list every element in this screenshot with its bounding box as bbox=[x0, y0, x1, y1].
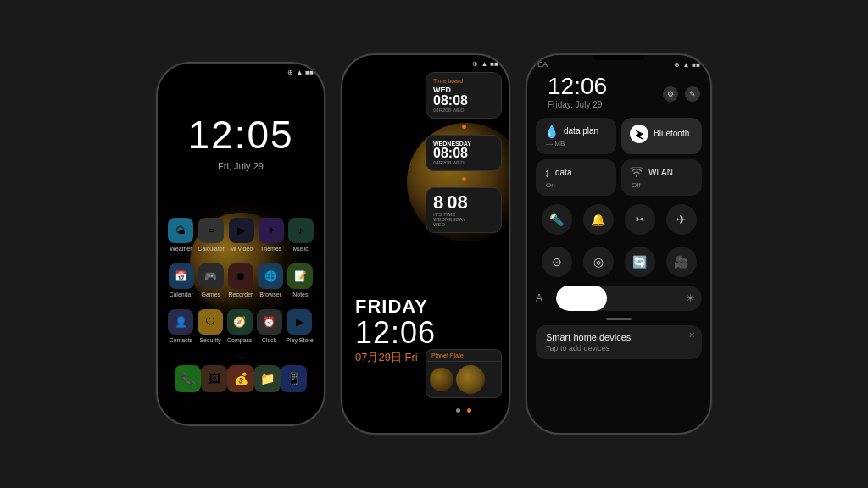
dock-app5[interactable]: 📱 bbox=[281, 365, 307, 392]
data-icon: ↕ bbox=[544, 166, 550, 180]
planet-plate-title: Planet Plate bbox=[426, 349, 502, 361]
app-themes[interactable]: ✦ Themes bbox=[259, 218, 284, 252]
data-title: data bbox=[555, 168, 571, 177]
recorder-label: Recorder bbox=[229, 291, 253, 297]
brightness-slider[interactable]: ☀ bbox=[556, 286, 702, 311]
smart-home-title: Smart home devices bbox=[546, 332, 692, 342]
wed-time: 08:08 bbox=[433, 147, 494, 160]
big-date: 07月29日 Fri bbox=[355, 350, 436, 365]
ctrl-header: 12:06 Friday, July 29 ⚙ ✎ bbox=[527, 70, 710, 118]
app-playstore[interactable]: ▶ Play Store bbox=[286, 309, 313, 343]
bluetooth-title: Bluetooth bbox=[654, 129, 689, 138]
settings-icon[interactable]: ⚙ bbox=[663, 86, 678, 102]
app-clock[interactable]: ⏰ Clock bbox=[257, 309, 282, 343]
timeboard-time: 08:08 bbox=[433, 94, 494, 108]
app-calendar[interactable]: 📅 Calendar bbox=[169, 263, 194, 297]
app-music[interactable]: ♪ Music bbox=[288, 218, 314, 252]
notch-3 bbox=[593, 55, 644, 60]
ea-label: EA bbox=[537, 60, 548, 69]
brightness-row: A ☀ bbox=[527, 286, 710, 311]
signal-icon-2: ▲ bbox=[481, 60, 487, 68]
slider-indicator bbox=[606, 318, 632, 320]
page-dots: • • • bbox=[166, 355, 315, 360]
smart-home-sub: Tap to add devices bbox=[546, 344, 692, 352]
slide-dot-1 bbox=[456, 408, 460, 413]
calendar-icon: 📅 bbox=[169, 263, 194, 289]
playstore-label: Play Store bbox=[286, 337, 313, 343]
bt-icon-3: ⊕ bbox=[674, 61, 680, 69]
dock-gallery[interactable]: 🖼 bbox=[201, 365, 227, 392]
phone-2: ⊕ ▲ ■■ Time board WED 08:08 04R208 WED W… bbox=[341, 53, 510, 435]
bluetooth-tile[interactable]: Bluetooth bbox=[621, 118, 702, 154]
phone-3: EA ⊕ ▲ ■■ 12:06 Friday, July 29 ⚙ ✎ bbox=[526, 53, 712, 435]
app-security[interactable]: 🛡 Security bbox=[198, 309, 223, 343]
weather-icon: 🌤 bbox=[168, 218, 193, 243]
app-compass[interactable]: 🧭 Compass bbox=[227, 309, 253, 343]
big-time: 12:06 bbox=[355, 318, 436, 348]
weather-label: Weather bbox=[170, 246, 192, 252]
app-recorder[interactable]: ⏺ Recorder bbox=[228, 263, 253, 297]
app-browser[interactable]: 🌐 Browser bbox=[258, 263, 283, 297]
app-mivideo[interactable]: ▶ Mi Video bbox=[229, 218, 254, 252]
dock-files[interactable]: 📁 bbox=[254, 365, 281, 392]
airplane-btn[interactable]: ✈ bbox=[666, 204, 697, 235]
rotation-btn[interactable]: 🔄 bbox=[625, 247, 655, 277]
wlan-tile[interactable]: WLAN Off bbox=[621, 159, 702, 196]
slide-dot-2 bbox=[467, 408, 471, 413]
digit-widget[interactable]: 8 08 IT'S TIME WEDNESDAY WED bbox=[426, 187, 502, 233]
timeboard-widget[interactable]: Time board WED 08:08 04R208 WED bbox=[426, 72, 502, 119]
planet-plate-widget[interactable]: Planet Plate bbox=[426, 349, 502, 416]
timeboard-sub: 04R208 WED bbox=[433, 108, 494, 113]
big-time-area: FRIDAY 12:06 07月29日 Fri bbox=[355, 296, 436, 365]
app-calculator[interactable]: = Calculator bbox=[198, 218, 225, 252]
mini-planet-1 bbox=[430, 368, 453, 391]
data-plan-tile[interactable]: 💧 data plan — MB bbox=[536, 118, 616, 154]
planet-plate-body bbox=[426, 361, 502, 398]
smart-home-close-icon[interactable]: ✕ bbox=[688, 330, 695, 340]
lock-time: 12:05 bbox=[158, 112, 324, 158]
dock-wallet[interactable]: 💰 bbox=[227, 365, 253, 392]
digit-sub3: WED bbox=[433, 222, 494, 227]
status-icons-2: ⊕ ▲ ■■ bbox=[472, 60, 498, 68]
screenshot-btn[interactable]: ✂ bbox=[625, 204, 655, 235]
header-icons: ⚙ ✎ bbox=[663, 86, 700, 102]
wednesday-widget[interactable]: WEDNESDAY 08:08 04R208 WED bbox=[426, 135, 502, 171]
mobile-data-tile[interactable]: ↕ data On bbox=[536, 159, 616, 196]
app-contacts[interactable]: 👤 Contacts bbox=[168, 309, 193, 343]
battery-icon-3: ■■ bbox=[692, 61, 700, 69]
games-label: Games bbox=[202, 291, 221, 297]
wlan-sub: Off bbox=[630, 181, 693, 189]
bt-icon-2: ⊕ bbox=[472, 60, 478, 68]
brightness-fill bbox=[556, 286, 607, 311]
edit-icon[interactable]: ✎ bbox=[685, 86, 700, 102]
digit-1: 8 bbox=[433, 193, 443, 212]
wifi-icon bbox=[630, 166, 643, 180]
contacts-label: Contacts bbox=[170, 337, 193, 343]
music-label: Music bbox=[292, 246, 308, 252]
flashlight-btn[interactable]: 🔦 bbox=[542, 204, 572, 235]
app-weather[interactable]: 🌤 Weather bbox=[168, 218, 193, 252]
ctrl-date: Friday, July 29 bbox=[537, 100, 617, 114]
notes-label: Notes bbox=[292, 291, 308, 297]
location-btn[interactable]: ◎ bbox=[583, 247, 614, 277]
smart-home-panel[interactable]: ✕ Smart home devices Tap to add devices bbox=[536, 325, 702, 359]
security-icon: 🛡 bbox=[198, 309, 223, 335]
signal-icon-3: ▲ bbox=[682, 61, 689, 69]
notes-icon: 📝 bbox=[287, 263, 313, 289]
clock-icon: ⏰ bbox=[257, 309, 282, 335]
notifications-btn[interactable]: 🔔 bbox=[583, 204, 614, 235]
camera-btn[interactable]: 🎥 bbox=[666, 247, 697, 277]
status-icons-1: ⊕ ▲ ■■ bbox=[287, 69, 314, 76]
app-games[interactable]: 🎮 Games bbox=[198, 263, 224, 297]
recorder-icon: ⏺ bbox=[228, 263, 253, 289]
lock-date: Fri, July 29 bbox=[158, 161, 324, 171]
clock-label: Clock bbox=[262, 337, 277, 343]
notch-1 bbox=[215, 64, 266, 69]
security-label: Security bbox=[199, 337, 220, 343]
dock-phone[interactable]: 📞 bbox=[175, 365, 201, 392]
app-notes[interactable]: 📝 Notes bbox=[287, 263, 313, 297]
calc-icon: = bbox=[198, 218, 224, 243]
brightness-btn[interactable]: ⊙ bbox=[542, 247, 572, 277]
bluetooth-icon: ⊕ bbox=[287, 69, 293, 76]
app-row-2: 📅 Calendar 🎮 Games ⏺ Recorder 🌐 Browser bbox=[166, 263, 315, 297]
